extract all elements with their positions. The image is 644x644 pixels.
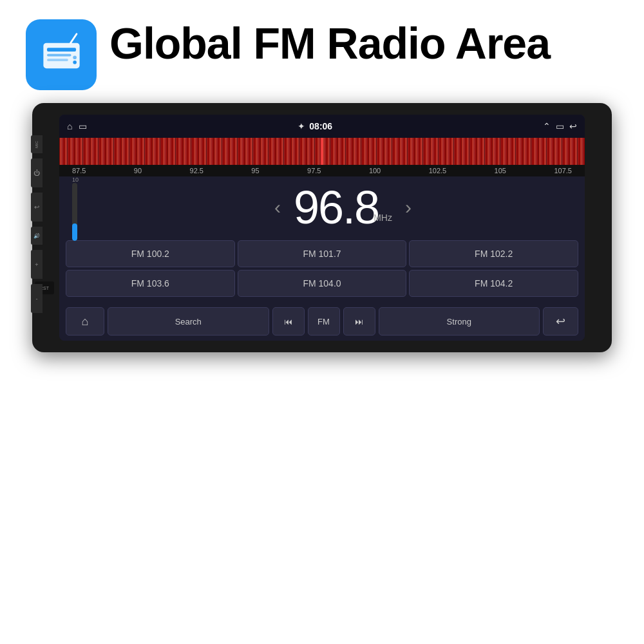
frequency-value-container: 96.8 MHz [294, 184, 392, 231]
tuner-ruler[interactable] [59, 138, 585, 165]
prev-button[interactable]: ⏮ [272, 307, 305, 336]
side-buttons-panel: MIC ⏻ ↩ 🔊 + - [31, 135, 43, 313]
bottom-controls: ⌂ Search ⏮ FM ⏭ Strong ↩ [59, 302, 585, 341]
top-section: Global FM Radio Area [0, 0, 644, 103]
page-title: Global FM Radio Area [109, 19, 550, 68]
svg-point-6 [73, 55, 77, 59]
status-bar: ⌂ ▭ ✦ 08:06 ⌃ ▭ ↩ [59, 115, 585, 138]
back-button-side[interactable]: ↩ [31, 193, 43, 222]
scale-mark-1075: 107.5 [554, 167, 572, 175]
screen: ⌂ ▭ ✦ 08:06 ⌃ ▭ ↩ [59, 115, 585, 341]
back-icon-side: ↩ [34, 204, 39, 211]
nav-back-icon[interactable]: ▭ [556, 121, 564, 131]
next-icon: ⏭ [355, 317, 363, 327]
strong-button[interactable]: Strong [379, 307, 540, 336]
scale-mark-975: 97.5 [307, 167, 321, 175]
svg-rect-3 [47, 59, 68, 61]
scale-mark-95: 95 [251, 167, 259, 175]
search-label: Search [175, 317, 202, 327]
preset-btn-3[interactable]: FM 102.2 [409, 240, 578, 267]
home-status-icon[interactable]: ⌂ [67, 121, 72, 131]
svg-point-5 [73, 60, 77, 64]
volume-level: 10 [72, 176, 79, 183]
search-button[interactable]: Search [108, 307, 269, 336]
preset-btn-6[interactable]: FM 104.2 [409, 270, 578, 297]
volume-up-icon: + [35, 261, 38, 268]
volume-slider[interactable] [72, 183, 77, 241]
volume-down-button[interactable]: - [31, 284, 43, 313]
fm-left-info: 🔊 10 FM [72, 164, 108, 251]
strong-label: Strong [447, 317, 471, 327]
frequency-unit: MHz [374, 213, 392, 223]
bluetooth-icon: ✦ [298, 121, 305, 131]
svg-rect-2 [47, 53, 71, 56]
preset-btn-1[interactable]: FM 100.2 [66, 240, 235, 267]
status-right: ⌃ ▭ ↩ [543, 121, 577, 131]
presets-grid: FM 100.2 FM 101.7 FM 102.2 FM 103.6 FM 1… [59, 238, 585, 299]
home-button[interactable]: ⌂ [66, 307, 104, 336]
expand-icon[interactable]: ⌃ [543, 121, 551, 131]
tuner-needle [321, 138, 323, 165]
preset-label-1: FM 100.2 [131, 249, 169, 259]
next-button[interactable]: ⏭ [343, 307, 375, 336]
power-button[interactable]: ⏻ [31, 158, 43, 187]
status-left: ⌂ ▭ [67, 121, 87, 131]
preset-label-3: FM 102.2 [475, 249, 513, 259]
window-status-icon[interactable]: ▭ [79, 121, 87, 131]
power-icon: ⏻ [33, 169, 40, 176]
back-icon-bottom: ↩ [556, 314, 565, 328]
car-unit: MIC ⏻ ↩ 🔊 + - ⌂ ▭ [32, 103, 612, 352]
preset-label-4: FM 103.6 [131, 278, 169, 289]
band-button[interactable]: FM [308, 307, 340, 336]
scale-mark-100: 100 [369, 167, 381, 175]
svg-rect-1 [47, 48, 76, 52]
volume-fill [72, 223, 77, 241]
home-icon: ⌂ [82, 315, 89, 328]
scale-mark-875: 87.5 [72, 167, 86, 175]
volume-down-icon: - [36, 296, 38, 302]
car-unit-wrapper: MIC ⏻ ↩ 🔊 + - ⌂ ▭ [0, 103, 644, 352]
scale-mark-105: 105 [495, 167, 506, 175]
speaker-icon: 🔊 [33, 233, 40, 239]
preset-label-6: FM 104.2 [475, 278, 513, 289]
speaker-button[interactable]: 🔊 [31, 227, 43, 245]
fm-frequency-display: ‹ 96.8 MHz › [114, 184, 572, 231]
frequency-prev-arrow[interactable]: ‹ [274, 196, 281, 218]
radio-icon [37, 31, 86, 79]
band-button-label: FM [317, 317, 330, 327]
preset-btn-2[interactable]: FM 101.7 [238, 240, 407, 267]
preset-label-5: FM 104.0 [303, 278, 341, 289]
svg-line-4 [70, 33, 76, 43]
preset-btn-4[interactable]: FM 103.6 [66, 270, 235, 297]
scale-mark-1025: 102.5 [429, 167, 447, 175]
preset-btn-5[interactable]: FM 104.0 [238, 270, 407, 297]
frequency-display: 96.8 [294, 184, 379, 231]
preset-label-2: FM 101.7 [303, 249, 341, 259]
scale-mark-90: 90 [134, 167, 142, 175]
tuner-bar-section[interactable]: 87.5 90 92.5 95 97.5 100 102.5 105 107.5 [59, 138, 585, 176]
status-time: 08:06 [309, 121, 332, 131]
mic-button[interactable]: MIC [31, 135, 43, 153]
volume-up-button[interactable]: + [31, 250, 43, 279]
tuner-scale: 87.5 90 92.5 95 97.5 100 102.5 105 107.5 [59, 165, 585, 176]
back-button-bottom[interactable]: ↩ [543, 307, 578, 336]
mic-label: MIC [35, 141, 39, 148]
return-icon[interactable]: ↩ [569, 121, 577, 131]
fm-main: 🔊 10 FM ‹ 96.8 MHz › [59, 176, 585, 238]
status-center: ✦ 08:06 [298, 121, 332, 131]
scale-mark-925: 92.5 [190, 167, 204, 175]
app-icon [26, 19, 97, 90]
frequency-next-arrow[interactable]: › [405, 196, 412, 218]
prev-icon: ⏮ [284, 317, 292, 327]
